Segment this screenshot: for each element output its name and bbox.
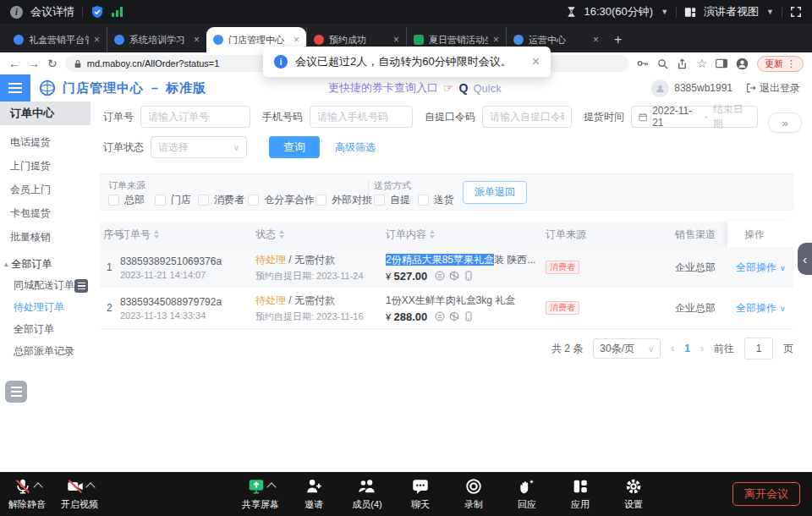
quick-label[interactable]: Quick xyxy=(473,82,501,95)
collapse-filters-button[interactable]: » xyxy=(768,113,802,133)
tab-close-icon[interactable]: × xyxy=(593,34,599,46)
checkbox-hq[interactable]: 总部 xyxy=(108,193,145,207)
unmute-button[interactable]: 解除静音 xyxy=(7,476,47,511)
sidebar-item-card-pickup[interactable]: 卡包提货 xyxy=(0,201,91,225)
checkbox-icon[interactable] xyxy=(108,195,119,206)
gift-icon[interactable] xyxy=(449,271,459,281)
tab-close-icon[interactable]: × xyxy=(493,34,499,46)
order-status-select[interactable]: 请选择 ∨ xyxy=(151,136,247,158)
tab-close-icon[interactable]: × xyxy=(393,34,399,46)
quick-q-icon[interactable]: Q xyxy=(459,81,469,95)
logout-button[interactable]: 退出登录 xyxy=(746,81,800,96)
sidebar-item-hq-dispatch-log[interactable]: 总部派单记录 xyxy=(0,340,91,362)
browser-tab[interactable]: 礼盒营销平台管理中心 × xyxy=(7,27,107,52)
page-size-select[interactable]: 30条/页 ∨ xyxy=(593,338,661,359)
advanced-filter-link[interactable]: 高级筛选 xyxy=(335,140,376,155)
col-order-content[interactable]: 订单内容 xyxy=(386,222,435,247)
notice-widget-icon[interactable] xyxy=(5,381,27,403)
gift-icon[interactable] xyxy=(449,311,459,321)
kebab-menu-icon[interactable]: ⋮ xyxy=(787,58,796,69)
members-button[interactable]: 成员(4) xyxy=(347,476,387,511)
order-no-input[interactable] xyxy=(140,106,250,128)
meeting-timer[interactable]: 16:30(60分钟) xyxy=(584,4,654,19)
search-button[interactable]: 查询 xyxy=(269,136,320,158)
network-signal-icon[interactable] xyxy=(112,7,123,17)
checkbox-delivery[interactable]: 送货 xyxy=(418,193,454,207)
profile-avatar-icon[interactable] xyxy=(736,58,749,70)
apps-button[interactable]: 应用 xyxy=(560,476,601,511)
chevron-down-icon[interactable]: ▼ xyxy=(766,8,774,16)
prev-page-icon[interactable]: ‹ xyxy=(671,343,674,354)
invite-button[interactable]: 邀请 xyxy=(294,476,334,511)
checkbox-consumer[interactable]: 消费者 xyxy=(198,193,244,207)
sidebar-item-phone-pickup[interactable]: 电话提货 xyxy=(0,130,91,154)
user-avatar[interactable] xyxy=(651,80,669,97)
sidebar-item-batch-verify[interactable]: 批量核销 xyxy=(0,225,91,249)
checkbox-icon[interactable] xyxy=(155,195,166,206)
checkbox-warehouse-share[interactable]: 仓分享合作 xyxy=(248,193,315,207)
col-order-no[interactable]: 订单号 xyxy=(120,222,159,247)
receipt-icon[interactable] xyxy=(435,311,445,321)
next-page-icon[interactable]: › xyxy=(700,343,704,354)
sidebar-item-all-orders[interactable]: 全部订单 xyxy=(0,318,91,340)
sort-icon[interactable] xyxy=(430,230,435,239)
tab-close-icon[interactable]: × xyxy=(94,34,100,46)
password-key-icon[interactable] xyxy=(637,58,649,69)
phone-input[interactable] xyxy=(310,106,413,128)
chat-button[interactable]: 聊天 xyxy=(400,476,441,511)
current-page[interactable]: 1 xyxy=(684,343,690,354)
quick-entry-link[interactable]: 更快捷的券卡查询入口 xyxy=(328,80,438,96)
security-shield-icon[interactable] xyxy=(91,5,104,19)
browser-tab[interactable]: 系统培训学习 × xyxy=(107,27,206,52)
view-mode-label[interactable]: 演讲者视图 xyxy=(704,4,759,19)
forward-icon[interactable]: → xyxy=(28,58,40,69)
col-status[interactable]: 状态 xyxy=(255,222,284,247)
share-icon[interactable] xyxy=(677,58,688,69)
start-video-button[interactable]: 开启视频 xyxy=(59,476,100,511)
chrome-update-button[interactable]: 更新 ⋮ xyxy=(757,56,804,72)
share-screen-button[interactable]: 共享屏幕 xyxy=(240,476,281,511)
checkbox-icon[interactable] xyxy=(248,195,259,206)
record-button[interactable]: 录制 xyxy=(453,476,494,511)
collapse-panel-handle[interactable]: ‹ xyxy=(798,243,812,275)
checkbox-store[interactable]: 门店 xyxy=(155,193,191,207)
checkbox-external[interactable]: 外部对接 xyxy=(315,193,372,207)
pickup-code-input[interactable] xyxy=(482,106,572,128)
sidebar-item-member-visit[interactable]: 会员上门 xyxy=(0,178,91,201)
back-icon[interactable]: ← xyxy=(8,58,20,69)
zoom-icon[interactable] xyxy=(657,58,668,69)
goto-page-input[interactable] xyxy=(744,338,773,360)
all-actions-dropdown[interactable]: 全部操作∨ xyxy=(736,261,786,275)
date-range-picker[interactable]: 2022-11-21 - 结束日期 xyxy=(631,106,758,128)
receipt-icon[interactable] xyxy=(435,271,445,281)
pinned-menu-icon[interactable] xyxy=(74,279,88,293)
checkbox-self-pickup[interactable]: 自提 xyxy=(374,193,410,207)
leave-meeting-button[interactable]: 离开会议 xyxy=(732,482,800,506)
reload-icon[interactable]: ↻ xyxy=(47,58,58,69)
phone-icon[interactable] xyxy=(464,311,474,321)
chevron-up-icon[interactable] xyxy=(85,482,95,491)
meeting-details-label[interactable]: 会议详情 xyxy=(30,4,74,19)
sidebar-item-pending-orders[interactable]: 待处理订单 xyxy=(0,296,91,318)
phone-icon[interactable] xyxy=(464,271,474,281)
toast-close-icon[interactable]: × xyxy=(532,54,540,69)
sidebar-item-door-pickup[interactable]: 上门提货 xyxy=(0,154,91,178)
table-row[interactable]: 2 83859345088979792a 2023-11-13 14:33:34… xyxy=(100,288,793,329)
react-button[interactable]: 回应 xyxy=(507,476,547,511)
sidebar-section-order-center[interactable]: 订单中心 xyxy=(0,102,91,125)
meeting-info-icon[interactable]: i xyxy=(10,6,23,19)
settings-button[interactable]: 设置 xyxy=(613,476,654,511)
chevron-up-icon[interactable] xyxy=(33,482,42,491)
dispatch-return-button[interactable]: 派单退回 xyxy=(463,181,527,204)
chevron-up-icon[interactable] xyxy=(266,482,276,491)
sort-icon[interactable] xyxy=(279,230,284,239)
table-row[interactable]: 1 83859389251069376a 2023-11-21 14:14:07… xyxy=(100,247,793,288)
checkbox-icon[interactable] xyxy=(418,195,429,206)
bookmark-star-icon[interactable]: ☆ xyxy=(696,57,707,70)
sidebar-toggle-button[interactable] xyxy=(0,74,30,102)
fullscreen-icon[interactable] xyxy=(790,6,802,18)
checkbox-icon[interactable] xyxy=(315,195,326,206)
sidebar-group-all-orders[interactable]: ▴ 全部订单 xyxy=(0,254,91,274)
chevron-down-icon[interactable]: ▼ xyxy=(661,8,668,16)
tab-close-icon[interactable]: × xyxy=(194,34,200,46)
